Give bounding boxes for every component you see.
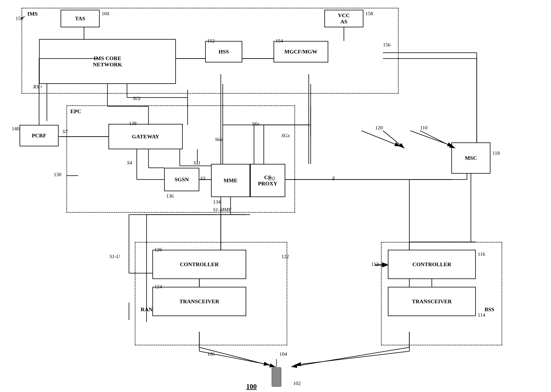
ref-104: 104 [279, 351, 287, 357]
rxplus-label: RX+ [33, 84, 43, 90]
s6a-label: S6a [215, 137, 223, 142]
figure-number: 100 [246, 382, 257, 391]
s3-label: S3 [200, 176, 205, 182]
svg-line-37 [199, 347, 276, 367]
msc-box: MSC [451, 142, 490, 174]
bss-label: BSS [485, 306, 494, 313]
ims-label: IMS [27, 11, 38, 17]
gateway-box: GATEWAY [109, 124, 183, 149]
gateway-ref: 138 [129, 121, 137, 126]
sgsn-box: SGSN [164, 168, 199, 191]
ran-controller-ref: 126 [154, 247, 162, 253]
mobile-device [272, 359, 281, 387]
cs-proxy-ref: 132 [268, 176, 275, 182]
e-label: E [332, 176, 335, 182]
ran-transceiver-box: TRANSCEIVER [152, 287, 246, 316]
s6x-label: S6x [252, 121, 260, 127]
svg-line-34 [362, 131, 400, 146]
bss-transceiver-ref: 114 [478, 312, 485, 318]
mme-box: MME [211, 164, 250, 197]
antenna [276, 359, 277, 367]
svg-line-53 [420, 131, 455, 148]
tas-ref: 160 [102, 11, 109, 17]
ran-ref: 122 [281, 254, 289, 259]
ref-110: 110 [420, 125, 428, 131]
vcc-as-ref: 158 [365, 11, 373, 17]
ref-102: 102 [293, 380, 301, 386]
s4-label: S4 [127, 160, 132, 166]
hss-ref: 152 [207, 38, 215, 44]
hss-box: HSS [205, 41, 242, 63]
svg-line-51 [295, 351, 409, 365]
vcc-as-box: VCC AS [324, 10, 363, 27]
ref-130: 130 [54, 172, 61, 178]
bss-ref-112: 112 [371, 261, 379, 267]
sgi-label: SGi [133, 96, 140, 101]
svg-line-54 [383, 131, 405, 148]
ims-core-box: IMS CORE NETWORK [39, 39, 176, 84]
ref-106: 106 [207, 351, 215, 357]
device-body [272, 367, 281, 387]
bss-transceiver-box: TRANSCEIVER [388, 287, 476, 316]
mme-ref: 134 [213, 199, 221, 205]
s7-label: S7 [63, 129, 68, 135]
ims-ref: 150 [16, 16, 23, 21]
sgx-label: SGx [281, 133, 290, 139]
pcrf-box: PCRF [20, 125, 59, 146]
ran-label: RAN [141, 306, 152, 313]
ref-120: 120 [375, 125, 383, 131]
ims-156-ref: 156 [383, 42, 391, 48]
mgcf-box: MGCF/MGW [274, 41, 328, 63]
epc-label: EPC [70, 108, 81, 115]
s1mme-label: S1-MME [213, 207, 231, 213]
svg-line-33 [410, 131, 453, 146]
s1u-label: S1-U [109, 254, 120, 259]
pcrf-ref: 140 [12, 126, 19, 132]
ran-controller-box: CONTROLLER [152, 250, 246, 279]
bss-controller-box: CONTROLLER [388, 250, 476, 279]
tas-box: TAS [61, 10, 100, 27]
mgcf-ref: 154 [276, 38, 283, 44]
bss-controller-ref: 116 [478, 251, 485, 257]
s11-label: S11 [193, 160, 201, 166]
msc-ref: 118 [492, 150, 500, 156]
svg-line-39 [291, 347, 409, 367]
sgsn-ref: 136 [166, 193, 174, 199]
ran-transceiver-ref: 124 [154, 284, 162, 290]
